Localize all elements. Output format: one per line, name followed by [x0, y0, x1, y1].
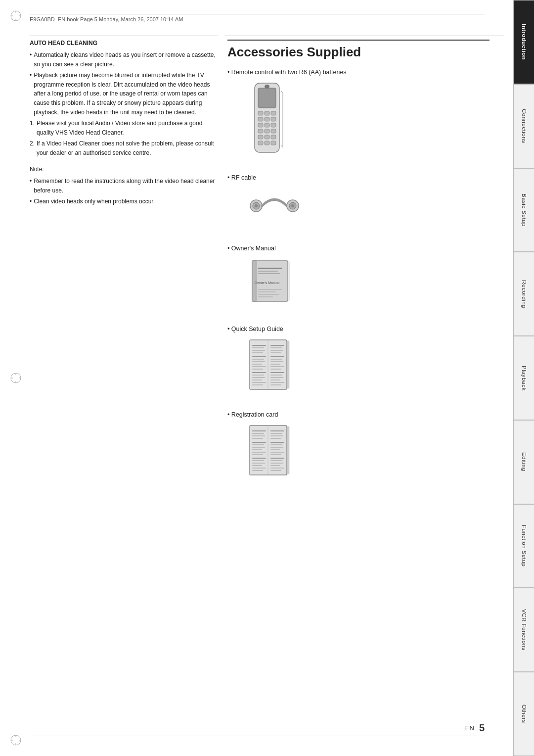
svg-line-51 [281, 91, 283, 93]
svg-rect-99 [270, 372, 284, 373]
svg-rect-108 [252, 430, 266, 431]
num-label-2: 2. [30, 139, 35, 157]
note-bullet-icon-2: • [30, 197, 32, 206]
svg-rect-139 [270, 470, 281, 471]
svg-rect-84 [252, 375, 264, 376]
left-bullet-2: • Playback picture may become blurred or… [30, 71, 218, 117]
svg-rect-67 [258, 289, 282, 290]
left-numbered-2: 2. If a Video Head Cleaner does not solv… [30, 139, 218, 157]
svg-rect-42 [265, 129, 269, 133]
accessory-card-label: Registration card [227, 411, 490, 418]
owners-manual-illustration: Owner's Manual [247, 257, 297, 306]
accessory-rf-cable: RF cable [227, 174, 490, 231]
svg-rect-126 [270, 435, 283, 436]
accessory-reg-card: Registration card [227, 411, 490, 483]
svg-rect-90 [270, 347, 282, 348]
svg-rect-68 [258, 291, 276, 292]
page-wrapper: E9GA0BD_EN.book Page 5 Monday, March 26,… [0, 0, 534, 756]
svg-rect-38 [258, 123, 263, 127]
header-text: E9GA0BD_EN.book Page 5 Monday, March 26,… [30, 16, 183, 22]
page-header: E9GA0BD_EN.book Page 5 Monday, March 26,… [30, 14, 485, 22]
svg-rect-100 [270, 375, 282, 376]
svg-rect-36 [265, 117, 269, 121]
svg-rect-118 [252, 458, 266, 459]
left-section-title: AUTO HEAD CLEANING [30, 40, 218, 47]
svg-rect-76 [252, 352, 263, 353]
svg-rect-119 [252, 460, 264, 461]
left-num-text-2: If a Video Head Cleaner does not solve t… [37, 139, 218, 157]
svg-rect-81 [252, 366, 266, 367]
left-bullet-text-1: Automatically cleans video heads as you … [34, 50, 218, 69]
svg-rect-97 [270, 366, 284, 367]
tab-others[interactable]: Others [513, 672, 534, 756]
svg-rect-70 [258, 296, 273, 297]
note-bullet-text-2: Clean video heads only when problems occ… [34, 197, 155, 206]
svg-rect-134 [270, 458, 284, 459]
svg-rect-92 [270, 352, 281, 353]
tab-vcr-functions[interactable]: VCR Functions [513, 588, 534, 672]
svg-rect-129 [270, 444, 282, 445]
svg-rect-121 [252, 465, 262, 466]
svg-rect-125 [270, 433, 282, 434]
svg-rect-115 [252, 449, 262, 450]
svg-text:Owner's Manual: Owner's Manual [255, 281, 280, 284]
left-num-text-1: Please visit your local Audio / Video st… [37, 119, 218, 137]
footer-page-number: 5 [479, 722, 485, 734]
registration-card-illustration [247, 423, 294, 477]
svg-rect-124 [270, 430, 284, 431]
svg-rect-78 [252, 359, 264, 360]
svg-rect-69 [258, 294, 279, 295]
svg-rect-75 [252, 350, 265, 351]
page-footer: EN 5 [30, 722, 485, 736]
tab-connections[interactable]: Connections [513, 84, 534, 168]
svg-rect-101 [270, 377, 283, 378]
top-border-right [225, 36, 504, 36]
tab-introduction-label: Introduction [521, 24, 527, 60]
tab-editing-label: Editing [521, 452, 527, 472]
svg-rect-82 [252, 369, 263, 370]
svg-rect-123 [252, 470, 263, 471]
svg-rect-111 [252, 438, 263, 439]
note-bullet-2: • Clean video heads only when problems o… [30, 197, 218, 206]
tab-basic-setup[interactable]: Basic Setup [513, 168, 534, 252]
svg-rect-130 [270, 447, 283, 448]
svg-rect-103 [270, 382, 284, 383]
corner-mark-tl [9, 9, 23, 23]
tab-introduction[interactable]: Introduction [513, 0, 534, 84]
svg-rect-128 [270, 442, 284, 443]
svg-rect-105 [287, 341, 289, 388]
svg-rect-135 [270, 460, 282, 461]
left-bullet-1: • Automatically cleans video heads as yo… [30, 50, 218, 69]
svg-rect-122 [252, 468, 266, 469]
svg-rect-43 [271, 129, 276, 133]
svg-point-56 [255, 204, 258, 207]
svg-rect-87 [252, 382, 266, 383]
accessory-remote-label: Remote control with two R6 (AA) batterie… [227, 69, 490, 76]
svg-rect-102 [270, 379, 280, 380]
tab-recording-label: Recording [521, 280, 527, 308]
tab-recording[interactable]: Recording [513, 252, 534, 336]
tab-function-setup-label: Function Setup [521, 525, 527, 567]
left-column: AUTO HEAD CLEANING • Automatically clean… [30, 40, 218, 208]
num-label-1: 1. [30, 119, 35, 137]
svg-rect-77 [252, 356, 266, 357]
svg-rect-117 [252, 454, 263, 455]
top-border-left [30, 36, 218, 36]
tab-vcr-functions-label: VCR Functions [521, 609, 527, 651]
tab-function-setup[interactable]: Function Setup [513, 504, 534, 588]
svg-rect-104 [270, 384, 281, 385]
svg-rect-63 [258, 268, 282, 269]
svg-rect-116 [252, 452, 266, 453]
accessory-manual-label: Owner's Manual [227, 245, 490, 252]
svg-rect-94 [270, 359, 282, 360]
svg-rect-95 [270, 361, 283, 362]
svg-rect-47 [258, 141, 263, 145]
corner-mark-ml [9, 371, 23, 385]
svg-rect-89 [270, 345, 284, 346]
note-label: Note: [30, 165, 218, 174]
svg-rect-73 [252, 345, 266, 346]
svg-rect-46 [271, 135, 276, 139]
tab-playback[interactable]: Playback [513, 336, 534, 420]
tab-editing[interactable]: Editing [513, 420, 534, 504]
svg-rect-133 [270, 454, 281, 455]
